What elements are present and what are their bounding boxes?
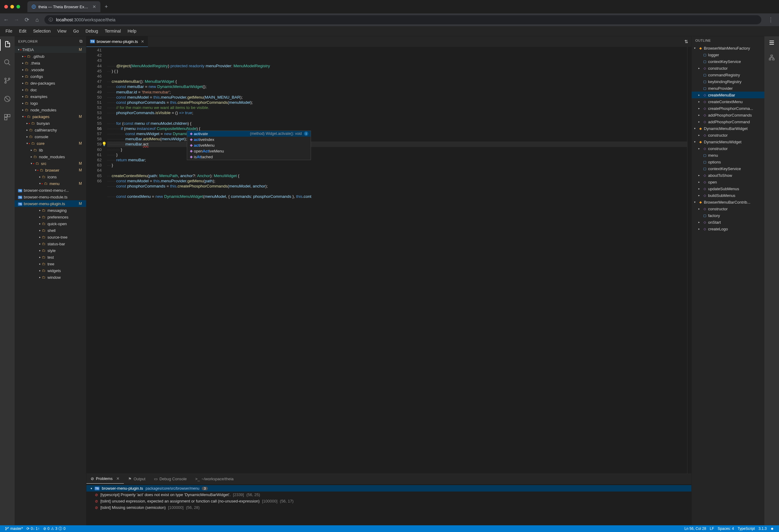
suggest-item[interactable]: ◆activeIndex — [187, 137, 311, 142]
outline-constructor[interactable]: ▸◇constructor — [692, 145, 764, 152]
folder-doc[interactable]: ▸🗀doc — [15, 86, 86, 93]
browser-tab[interactable]: theia — Theia Browser Exampl ✕ — [27, 1, 101, 12]
code-line[interactable]: ········menuBar.id = 'theia:menubar'; — [107, 90, 687, 95]
back-button[interactable]: ← — [3, 17, 9, 23]
folder-style[interactable]: ▸🗀style — [15, 247, 86, 254]
menu-debug[interactable]: Debug — [85, 28, 98, 34]
close-editor-icon[interactable]: ✕ — [141, 39, 144, 44]
folder--vscode[interactable]: ▸🗀.vscode — [15, 66, 86, 73]
outline-menu[interactable]: ▸▢menu — [692, 152, 764, 159]
tree-root[interactable]: ▾ ● THEIA — [15, 46, 86, 53]
compare-icon[interactable]: ⇅ — [684, 39, 688, 45]
minimize-window[interactable] — [10, 5, 14, 8]
outline-updateSubMenus[interactable]: ▸◇updateSubMenus — [692, 185, 764, 192]
info-icon[interactable]: i — [304, 131, 308, 136]
folder-tree[interactable]: ▸🗀tree — [15, 260, 86, 267]
folder-messaging[interactable]: ▸🗀messaging — [15, 207, 86, 214]
suggest-item[interactable]: ◆activate(method) Widget.activate(): voi… — [187, 131, 311, 137]
git-branch-status[interactable]: master* — [3, 525, 25, 532]
code-line[interactable] — [107, 115, 687, 121]
folder-configs[interactable]: ▸🗀configs — [15, 73, 86, 80]
folder--theia[interactable]: ▸🗀.theia — [15, 60, 86, 66]
suggest-widget[interactable]: ◆activate(method) Widget.activate(): voi… — [187, 130, 311, 160]
folder-logo[interactable]: ▸🗀logo — [15, 100, 86, 107]
code-line[interactable]: ········// for the main menu we want all… — [107, 105, 687, 110]
code-line[interactable]: ····) { } — [107, 68, 687, 74]
problem-item[interactable]: ⊘[tslint] Missing semicolon (semicolon) … — [86, 504, 692, 511]
extensions-tab[interactable] — [0, 112, 15, 124]
folder-packages[interactable]: ▾●🗀packages — [15, 113, 86, 120]
site-info-icon[interactable]: ⓘ — [49, 17, 53, 22]
folder-console[interactable]: ▸🗀console — [15, 133, 86, 140]
outline-menuProvider[interactable]: ▸▢menuProvider — [692, 85, 764, 92]
outline-commandRegistry[interactable]: ▸▢commandRegistry — [692, 71, 764, 78]
folder-widgets[interactable]: ▸🗀widgets — [15, 267, 86, 274]
language-status[interactable]: TypeScript — [736, 525, 757, 532]
address-bar[interactable]: ⓘ localhost:3000/workspace/theia — [45, 15, 761, 24]
code-line[interactable] — [107, 74, 687, 79]
debug-tab[interactable] — [0, 94, 15, 106]
folder-test[interactable]: ▸🗀test — [15, 254, 86, 260]
code-line[interactable]: ····createMenuBar(): MenuBarWidget { — [107, 79, 687, 84]
lightbulb-icon[interactable]: 💡 — [102, 141, 107, 147]
folder-status-bar[interactable]: ▸🗀status-bar — [15, 240, 86, 247]
folder-icons[interactable]: ▸🗀icons — [15, 174, 86, 180]
indent-status[interactable]: Spaces: 4 — [716, 525, 736, 532]
folder-callhierarchy[interactable]: ▸🗀callhierarchy — [15, 127, 86, 133]
search-tab[interactable] — [0, 58, 15, 69]
folder-examples[interactable]: ▸🗀examples — [15, 93, 86, 100]
code-line[interactable]: ····createContextMenu(path: MenuPath, an… — [107, 173, 687, 178]
menu-terminal[interactable]: Terminal — [105, 28, 121, 34]
code-editor[interactable]: 4142434445464748495051525354555657585960… — [86, 47, 692, 474]
code-line[interactable]: ········const menuModel = this.menuProvi… — [107, 95, 687, 100]
eol-status[interactable]: LF — [708, 525, 716, 532]
folder-browser[interactable]: ▾●🗀browser — [15, 167, 86, 174]
explorer-tab[interactable] — [0, 39, 15, 51]
close-icon[interactable]: ✕ — [116, 476, 120, 481]
folder-quick-open[interactable]: ▸🗀quick-open — [15, 220, 86, 227]
outline-createPhosphorComma-[interactable]: ▸◇createPhosphorComma... — [692, 105, 764, 112]
code-line[interactable] — [107, 189, 687, 194]
outline-contextKeyService[interactable]: ▸▢contextKeyService — [692, 165, 764, 172]
menu-edit[interactable]: Edit — [19, 28, 26, 34]
menu-file[interactable]: File — [5, 28, 12, 34]
outline-tab-icon[interactable] — [768, 39, 775, 48]
folder-node_modules[interactable]: ▸🗀node_modules — [15, 154, 86, 160]
code-line[interactable]: ········@inject(MenuModelRegistry) prote… — [107, 63, 687, 68]
panel-tab-debug-console[interactable]: ▭Debug Console — [150, 474, 191, 484]
outline-createContextMenu[interactable]: ▸◇createContextMenu — [692, 98, 764, 105]
home-button[interactable]: ⌂ — [34, 17, 40, 23]
suggest-item[interactable]: ◆activeMenu — [187, 142, 311, 148]
outline-addPhosphorCommands[interactable]: ▸◇addPhosphorCommands — [692, 112, 764, 118]
menu-view[interactable]: View — [57, 28, 66, 34]
file-browser-menu-module-ts[interactable]: TSbrowser-menu-module.ts — [15, 193, 86, 200]
code-line[interactable]: ········const menuModel = this.menuProvi… — [107, 178, 687, 183]
outline-logger[interactable]: ▸▢logger — [692, 51, 764, 58]
git-tab[interactable] — [0, 76, 15, 87]
new-tab-button[interactable]: + — [105, 4, 108, 10]
folder-src[interactable]: ▾●🗀src — [15, 160, 86, 167]
panel-tab-output[interactable]: ⚑Output — [124, 474, 150, 484]
folder-core[interactable]: ▾●🗀core — [15, 140, 86, 147]
cursor-position[interactable]: Ln 56, Col 28 — [682, 525, 708, 532]
outline-constructor[interactable]: ▸◇constructor — [692, 205, 764, 212]
problem-item[interactable]: ⊘[typescript] Property 'act' does not ex… — [86, 491, 692, 498]
outline-factory[interactable]: ▸▢factory — [692, 212, 764, 219]
maximize-window[interactable] — [16, 5, 20, 8]
forward-button[interactable]: → — [13, 17, 19, 23]
folder-node_modules[interactable]: ▸🗀node_modules — [15, 107, 86, 113]
problem-file-row[interactable]: ▾ TS browser-menu-plugin.ts packages/cor… — [86, 485, 692, 491]
outline-options[interactable]: ▸▢options — [692, 159, 764, 165]
outline-keybindingRegistry[interactable]: ▸▢keybindingRegistry — [692, 78, 764, 85]
code-line[interactable]: ····} — [107, 163, 687, 168]
code-line[interactable]: ········const menuBar = new DynamicMenuB… — [107, 84, 687, 89]
menu-selection[interactable]: Selection — [33, 28, 51, 34]
suggest-item[interactable]: ◆openActiveMenu — [187, 148, 311, 154]
menu-go[interactable]: Go — [73, 28, 79, 34]
reload-button[interactable]: ⟳ — [24, 16, 30, 23]
outline-onStart[interactable]: ▸◇onStart — [692, 219, 764, 226]
panel-tab-problems[interactable]: ⊘Problems✕ — [86, 474, 124, 484]
outline-constructor[interactable]: ▸◇constructor — [692, 65, 764, 71]
outline-DynamicMenuWidget[interactable]: ▾◆DynamicMenuWidget — [692, 138, 764, 145]
folder-bunyan[interactable]: ▸●🗀bunyan — [15, 120, 86, 127]
